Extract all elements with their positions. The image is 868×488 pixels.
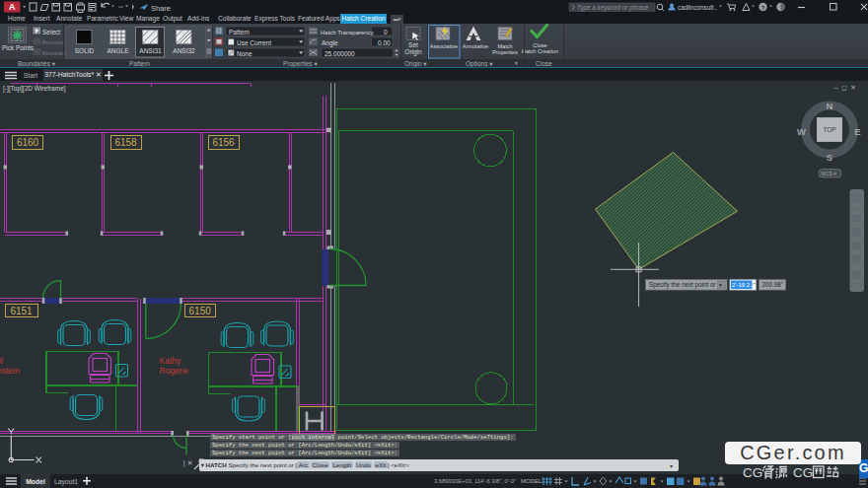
svg-text:Start: Start — [24, 72, 37, 79]
svg-text:MODEL: MODEL — [521, 478, 542, 484]
svg-text:▾: ▾ — [719, 282, 722, 288]
svg-text:cadlinconsult..: cadlinconsult.. — [678, 4, 717, 11]
svg-text:?: ? — [761, 5, 765, 11]
svg-text:W: W — [797, 126, 806, 137]
svg-text:200.98°: 200.98° — [762, 281, 784, 288]
svg-text:Kathy: Kathy — [160, 356, 181, 366]
svg-text:Layout1: Layout1 — [54, 478, 78, 486]
svg-text:6160: 6160 — [17, 137, 39, 148]
svg-text:3.689930E+03, 114'-6 3/8", 0'-: 3.689930E+03, 114'-6 3/8", 0'-0" — [434, 478, 516, 484]
svg-text:E: E — [854, 126, 860, 137]
svg-text:Specify the next point or: Specify the next point or — [649, 281, 716, 289]
svg-text:Share: Share — [151, 4, 171, 13]
svg-text:CG: CG — [793, 465, 813, 480]
svg-text:6158: 6158 — [114, 137, 137, 148]
svg-text:TOP: TOP — [823, 126, 835, 133]
svg-text:Type a keyword or phrase: Type a keyword or phrase — [577, 4, 649, 12]
svg-text:6156: 6156 — [212, 137, 235, 148]
svg-text:S: S — [827, 152, 832, 163]
svg-text:": " — [754, 282, 756, 288]
svg-text:Rogerie: Rogerie — [160, 366, 189, 376]
svg-text:2'-10 2..: 2'-10 2.. — [732, 282, 754, 288]
svg-text:A: A — [9, 2, 16, 12]
svg-text:il: il — [0, 356, 3, 366]
svg-text:nstein: nstein — [0, 366, 20, 376]
svg-text:WCS ▾: WCS ▾ — [821, 171, 836, 176]
svg-text:6151: 6151 — [10, 306, 33, 316]
svg-text:6150: 6150 — [189, 306, 212, 316]
svg-text:N: N — [827, 101, 833, 111]
svg-text:Model: Model — [26, 478, 45, 485]
svg-text:CG: CG — [743, 465, 762, 480]
